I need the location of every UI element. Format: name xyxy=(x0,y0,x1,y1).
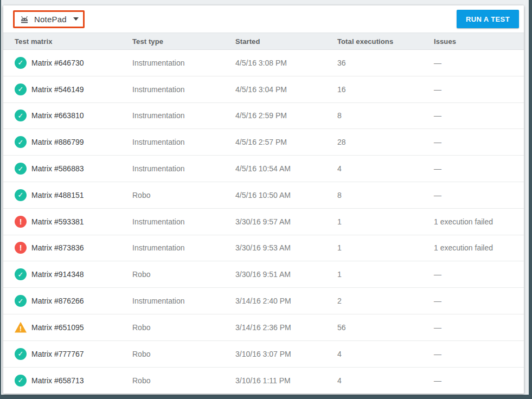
started-cell: 3/10/16 1:11 PM xyxy=(235,376,337,385)
matrix-cell: ✓ Matrix #777767 xyxy=(15,348,132,360)
matrix-label: Matrix #876266 xyxy=(31,297,84,305)
table-row[interactable]: ✓ Matrix #546149 Instrumentation 4/5/16 … xyxy=(3,76,524,103)
total-executions-cell: 1 xyxy=(337,243,434,252)
total-executions-cell: 36 xyxy=(337,59,434,67)
run-a-test-button[interactable]: RUN A TEST xyxy=(457,10,519,28)
test-type-cell: Robo xyxy=(132,191,235,200)
started-cell: 3/30/16 9:57 AM xyxy=(235,217,337,226)
check-circle-icon: ✓ xyxy=(15,163,27,175)
matrix-cell: ✓ Matrix #886799 xyxy=(15,136,132,148)
matrix-label: Matrix #546149 xyxy=(31,85,84,94)
matrix-cell: ✓ Matrix #488151 xyxy=(15,189,132,201)
test-type-cell: Instrumentation xyxy=(132,138,235,146)
total-executions-cell: 1 xyxy=(337,217,434,226)
table-row[interactable]: ✓ Matrix #663810 Instrumentation 4/5/16 … xyxy=(3,103,524,130)
total-executions-cell: 1 xyxy=(337,270,434,279)
toolbar: NotePad RUN A TEST xyxy=(3,5,524,33)
matrix-label: Matrix #663810 xyxy=(31,111,84,120)
test-type-cell: Robo xyxy=(132,350,235,358)
table-row[interactable]: ✓ Matrix #658713 Robo 3/10/16 1:11 PM 4 … xyxy=(3,368,524,394)
table-row[interactable]: ✓ Matrix #777767 Robo 3/10/16 3:07 PM 4 … xyxy=(3,341,524,368)
android-icon xyxy=(19,15,30,24)
started-cell: 4/5/16 3:08 PM xyxy=(235,59,337,67)
matrix-label: Matrix #646730 xyxy=(31,59,84,67)
check-circle-icon: ✓ xyxy=(15,136,27,148)
issues-cell: — xyxy=(434,297,516,305)
total-executions-cell: 56 xyxy=(337,323,434,332)
total-executions-cell: 2 xyxy=(337,297,434,305)
matrix-label: Matrix #651095 xyxy=(31,323,84,332)
issues-cell: 1 execution failed xyxy=(434,217,516,226)
total-executions-cell: 16 xyxy=(337,85,434,94)
matrix-label: Matrix #658713 xyxy=(31,376,84,385)
started-cell: 3/14/16 2:40 PM xyxy=(235,297,337,305)
check-circle-icon: ✓ xyxy=(15,110,27,121)
test-type-cell: Robo xyxy=(132,270,235,279)
started-cell: 4/5/16 10:54 AM xyxy=(235,164,337,173)
table-row[interactable]: ✓ Matrix #914348 Robo 3/30/16 9:51 AM 1 … xyxy=(3,261,524,288)
table-row[interactable]: ✓ Matrix #646730 Instrumentation 4/5/16 … xyxy=(3,50,524,76)
app-selector-dropdown[interactable]: NotePad xyxy=(18,14,80,25)
table-row[interactable]: ✓ Matrix #488151 Robo 4/5/16 10:50 AM 8 … xyxy=(3,182,524,209)
started-cell: 4/5/16 3:04 PM xyxy=(235,85,337,94)
total-executions-cell: 4 xyxy=(337,376,434,385)
column-header-total-executions: Total executions xyxy=(337,37,434,46)
started-cell: 4/5/16 10:50 AM xyxy=(235,191,337,200)
started-cell: 3/14/16 2:36 PM xyxy=(235,323,337,332)
warning-triangle-icon: ! xyxy=(15,321,27,333)
table-row[interactable]: ✓ Matrix #876266 Instrumentation 3/14/16… xyxy=(3,288,524,314)
test-type-cell: Instrumentation xyxy=(132,111,235,120)
table-row[interactable]: ! Matrix #593381 Instrumentation 3/30/16… xyxy=(3,209,524,235)
issues-cell: — xyxy=(434,376,516,385)
issues-cell: — xyxy=(434,323,516,332)
test-type-cell: Instrumentation xyxy=(132,59,235,67)
test-type-cell: Instrumentation xyxy=(132,297,235,305)
issues-cell: — xyxy=(434,350,516,358)
test-type-cell: Robo xyxy=(132,323,235,332)
started-cell: 4/5/16 2:59 PM xyxy=(235,111,337,120)
check-circle-icon: ✓ xyxy=(15,83,27,95)
matrix-cell: ! Matrix #593381 xyxy=(15,216,132,228)
table-row[interactable]: ✓ Matrix #586883 Instrumentation 4/5/16 … xyxy=(3,156,524,182)
total-executions-cell: 4 xyxy=(337,350,434,358)
test-type-cell: Instrumentation xyxy=(132,243,235,252)
matrix-cell: ! Matrix #873836 xyxy=(15,242,132,254)
table-row[interactable]: ! Matrix #873836 Instrumentation 3/30/16… xyxy=(3,235,524,262)
annotation-highlight: NotePad xyxy=(13,10,85,28)
started-cell: 3/30/16 9:51 AM xyxy=(235,270,337,279)
table-row[interactable]: ✓ Matrix #886799 Instrumentation 4/5/16 … xyxy=(3,129,524,156)
matrix-label: Matrix #593381 xyxy=(31,217,84,226)
matrix-cell: ✓ Matrix #658713 xyxy=(15,375,132,387)
window-frame: NotePad RUN A TEST Test matrix Test type… xyxy=(0,0,532,399)
check-circle-icon: ✓ xyxy=(15,375,27,387)
issues-cell: — xyxy=(434,191,516,200)
matrix-label: Matrix #873836 xyxy=(31,243,84,252)
test-type-cell: Robo xyxy=(132,376,235,385)
test-type-cell: Instrumentation xyxy=(132,85,235,94)
test-type-cell: Instrumentation xyxy=(132,164,235,173)
started-cell: 4/5/16 2:57 PM xyxy=(235,138,337,146)
issues-cell: — xyxy=(434,85,516,94)
matrix-label: Matrix #886799 xyxy=(31,138,84,146)
matrix-label: Matrix #586883 xyxy=(31,164,84,173)
matrix-cell: ✓ Matrix #586883 xyxy=(15,163,132,175)
issues-cell: 1 execution failed xyxy=(434,243,516,252)
matrix-cell: ! Matrix #651095 xyxy=(15,321,132,333)
table-header: Test matrix Test type Started Total exec… xyxy=(3,33,524,50)
matrix-cell: ✓ Matrix #646730 xyxy=(15,57,132,69)
matrix-label: Matrix #914348 xyxy=(31,270,84,279)
column-header-issues: Issues xyxy=(434,37,516,46)
matrix-cell: ✓ Matrix #663810 xyxy=(15,110,132,121)
column-header-test-matrix: Test matrix xyxy=(15,37,132,46)
matrix-label: Matrix #488151 xyxy=(31,191,84,200)
column-header-test-type: Test type xyxy=(132,37,235,46)
check-circle-icon: ✓ xyxy=(15,348,27,360)
app-selector-label: NotePad xyxy=(34,15,67,24)
total-executions-cell: 8 xyxy=(337,191,434,200)
column-header-started: Started xyxy=(235,37,337,46)
caret-down-icon xyxy=(73,17,79,21)
check-circle-icon: ✓ xyxy=(15,57,27,69)
started-cell: 3/10/16 3:07 PM xyxy=(235,350,337,358)
table-row[interactable]: ! Matrix #651095 Robo 3/14/16 2:36 PM 56… xyxy=(3,314,524,341)
total-executions-cell: 28 xyxy=(337,138,434,146)
